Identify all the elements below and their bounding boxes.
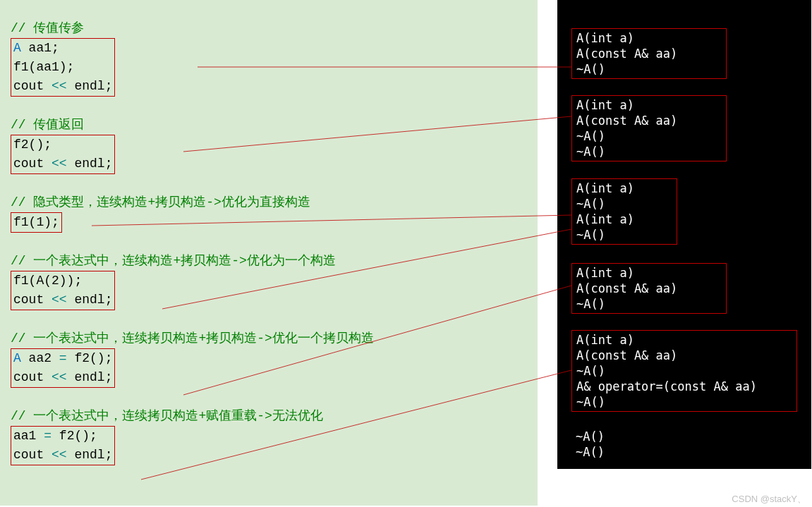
console-output-1: A(int a) A(const A& aa) ~A() (571, 28, 727, 79)
watermark: CSDN @stackY、 (732, 492, 806, 506)
console-output-4: A(int a) A(const A& aa) ~A() (571, 263, 727, 314)
comment: // 传值传参 (11, 21, 84, 35)
code-block-1: A aa1;f1(aa1);cout << endl; (11, 38, 115, 97)
console-output-3: A(int a) ~A() A(int a) ~A() (571, 178, 677, 245)
code-block-4: f1(A(2));cout << endl; (11, 271, 115, 310)
comment: // 一个表达式中，连续构造+拷贝构造->优化为一个构造 (11, 254, 336, 268)
code-panel: // 传值传参A aa1;f1(aa1);cout << endl; // 传值… (0, 0, 538, 506)
code-block-3: f1(1); (11, 212, 62, 233)
console-output-2: A(int a) A(const A& aa) ~A() ~A() (571, 95, 727, 161)
code-block-6: aa1 = f2();cout << endl; (11, 426, 115, 465)
code-block-2: f2();cout << endl; (11, 135, 115, 174)
console-panel: A(int a) A(const A& aa) ~A() A(int a) A(… (557, 0, 811, 469)
comment: // 传值返回 (11, 118, 84, 132)
comment: // 一个表达式中，连续拷贝构造+拷贝构造->优化一个拷贝构造 (11, 331, 374, 346)
comment: // 隐式类型，连续构造+拷贝构造->优化为直接构造 (11, 195, 310, 209)
console-output-5: A(int a) A(const A& aa) ~A() A& operator… (571, 330, 797, 412)
console-output-6: ~A() ~A() (576, 429, 605, 460)
code-block-5: A aa2 = f2();cout << endl; (11, 348, 115, 388)
comment: // 一个表达式中，连续拷贝构造+赋值重载->无法优化 (11, 409, 323, 423)
